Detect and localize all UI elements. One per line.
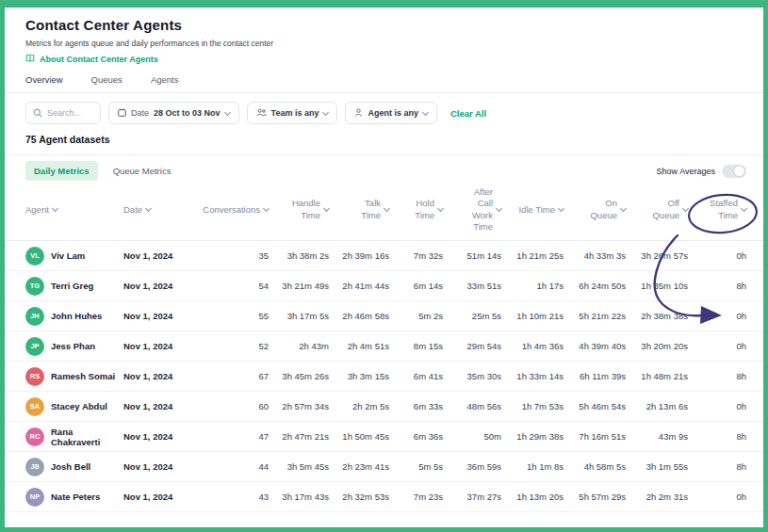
agent-cell: SAStacey Abdul <box>25 397 123 416</box>
agent-cell: VLViv Lam <box>25 247 123 266</box>
clear-all-link[interactable]: Clear All <box>450 108 486 119</box>
show-averages: Show Averages <box>657 165 746 178</box>
search-box[interactable] <box>25 102 101 124</box>
talk-time-cell: 2h 41m 44s <box>329 281 389 291</box>
col-header-hold-time[interactable]: Hold Time <box>389 198 443 221</box>
table-row[interactable]: VLViv LamNov 1, 2024353h 38m 2s2h 39m 16… <box>5 241 763 271</box>
table-row[interactable]: JPJess PhanNov 1, 2024522h 43m2h 4m 51s8… <box>5 331 763 362</box>
avatar: RS <box>25 367 44 386</box>
agent-name: Ramesh Somai <box>51 371 115 381</box>
search-input[interactable] <box>47 108 93 118</box>
agent-name: Stacey Abdul <box>51 401 107 411</box>
staffed-time-cell: 0h <box>688 492 746 502</box>
col-header-conversations[interactable]: Conversations <box>195 203 269 216</box>
toggle-knob <box>734 166 744 176</box>
col-header-idle-time[interactable]: Idle Time <box>501 203 564 216</box>
idle-time-cell: 1h 29m 38s <box>501 431 564 442</box>
app-window: Contact Center Agents Metrics for agents… <box>0 0 768 532</box>
metrics-bar: Daily Metrics Queue Metrics Show Average… <box>5 161 763 181</box>
on-queue-cell: 4h 39m 40s <box>564 341 626 351</box>
table-row[interactable]: JHJohn HuhesNov 1, 2024553h 17m 5s2h 46m… <box>5 301 763 331</box>
col-header-after-call-work-time[interactable]: After Call Work Time <box>443 186 501 233</box>
idle-time-cell: 1h 1m 8s <box>501 461 564 472</box>
show-averages-label: Show Averages <box>657 167 715 176</box>
tab-agents[interactable]: Agents <box>151 73 179 92</box>
table-row[interactable]: NPNate PetersNov 1, 2024433h 17m 43s2h 3… <box>5 482 763 512</box>
page-head: Contact Center Agents Metrics for agents… <box>5 8 763 65</box>
agent-filter-button[interactable]: Agent is any <box>345 102 437 124</box>
table-row[interactable]: RCRana ChakravertiNov 1, 2024472h 47m 21… <box>5 422 763 452</box>
avatar: TG <box>25 277 44 296</box>
tab-queues[interactable]: Queues <box>91 73 123 92</box>
tab-queue-metrics[interactable]: Queue Metrics <box>113 166 172 176</box>
col-header-agent[interactable]: Agent <box>25 203 123 216</box>
dataset-count: 75 Agent datasets <box>5 124 763 155</box>
date-cell: Nov 1, 2024 <box>123 341 195 351</box>
top-tabs: Overview Queues Agents <box>5 73 763 93</box>
conversations-cell: 43 <box>195 492 269 502</box>
search-icon <box>33 105 42 121</box>
talk-time-cell: 2h 32m 53s <box>329 492 389 502</box>
handle-time-cell: 3h 17m 43s <box>269 492 329 502</box>
talk-time-cell: 3h 3m 15s <box>329 371 389 381</box>
table-row[interactable]: SAStacey AbdulNov 1, 2024602h 57m 34s2h … <box>5 392 763 422</box>
date-filter-button[interactable]: Date 28 Oct to 03 Nov <box>108 102 239 124</box>
idle-time-cell: 1h 33m 14s <box>501 371 564 381</box>
agent-name: Rana Chakraverti <box>51 427 123 447</box>
agent-name: Nate Peters <box>51 492 100 502</box>
agent-name: Viv Lam <box>51 250 85 261</box>
off-queue-cell: 3h 26m 57s <box>626 250 688 261</box>
table-row[interactable]: RSRamesh SomaiNov 1, 2024673h 45m 26s3h … <box>5 362 763 392</box>
talk-time-cell: 2h 39m 16s <box>329 250 389 261</box>
agent-cell: JBJosh Bell <box>25 458 123 476</box>
agent-name: John Huhes <box>51 311 102 321</box>
col-header-staffed-time[interactable]: Staffed Time <box>688 198 746 221</box>
team-filter-value: Team is any <box>271 108 319 118</box>
date-cell: Nov 1, 2024 <box>123 311 195 321</box>
col-header-handle-time[interactable]: Handle Time <box>269 198 329 221</box>
hold-time-cell: 7m 32s <box>389 250 443 261</box>
col-header-on-queue[interactable]: On Queue <box>564 198 626 221</box>
table-row[interactable]: TGTerri GregNov 1, 2024543h 21m 49s2h 41… <box>5 271 763 301</box>
hold-time-cell: 6m 33s <box>389 401 443 411</box>
tab-daily-metrics[interactable]: Daily Metrics <box>25 161 98 181</box>
hold-time-cell: 5m 5s <box>389 461 443 472</box>
hold-time-cell: 8m 15s <box>389 341 443 351</box>
chevron-down-icon <box>741 205 747 212</box>
show-averages-toggle[interactable] <box>722 165 746 178</box>
date-filter-value: 28 Oct to 03 Nov <box>154 108 221 118</box>
agent-cell: RSRamesh Somai <box>25 367 123 386</box>
conversations-cell: 60 <box>195 401 269 411</box>
staffed-time-cell: 0h <box>688 311 746 321</box>
agent-name: Jess Phan <box>51 341 95 351</box>
col-header-date[interactable]: Date <box>123 203 195 216</box>
col-header-off-queue[interactable]: Off Queue <box>626 198 688 221</box>
on-queue-cell: 5h 57m 29s <box>564 492 626 502</box>
chevron-down-icon <box>322 108 329 115</box>
off-queue-cell: 1h 35m 10s <box>626 281 688 291</box>
after-call-work-time-cell: 51m 14s <box>443 250 501 261</box>
table-header: Agent Date Conversations Handle Time Tal… <box>5 186 763 241</box>
conversations-cell: 35 <box>195 250 269 261</box>
col-header-talk-time[interactable]: Talk Time <box>329 198 389 221</box>
conversations-cell: 44 <box>195 461 269 472</box>
person-icon <box>354 108 363 119</box>
team-filter-button[interactable]: Team is any <box>247 102 338 124</box>
chevron-down-icon <box>224 108 231 115</box>
calendar-icon <box>118 108 126 119</box>
off-queue-cell: 3h 20m 20s <box>626 341 688 351</box>
tab-overview[interactable]: Overview <box>25 73 63 92</box>
on-queue-cell: 6h 24m 50s <box>564 281 626 291</box>
on-queue-cell: 5h 21m 22s <box>564 311 626 321</box>
table-body: VLViv LamNov 1, 2024353h 38m 2s2h 39m 16… <box>5 241 763 512</box>
about-link[interactable]: About Contact Center Agents <box>25 54 158 65</box>
table-row[interactable]: JBJosh BellNov 1, 2024443h 5m 45s2h 23m … <box>5 452 763 482</box>
team-icon <box>256 108 267 119</box>
on-queue-cell: 7h 16m 51s <box>564 431 626 442</box>
hold-time-cell: 7m 23s <box>389 492 443 502</box>
after-call-work-time-cell: 33m 51s <box>443 281 501 291</box>
chevron-down-icon <box>145 205 152 212</box>
idle-time-cell: 1h 4m 36s <box>501 341 564 351</box>
avatar: RC <box>25 427 44 446</box>
avatar: JH <box>25 307 44 326</box>
